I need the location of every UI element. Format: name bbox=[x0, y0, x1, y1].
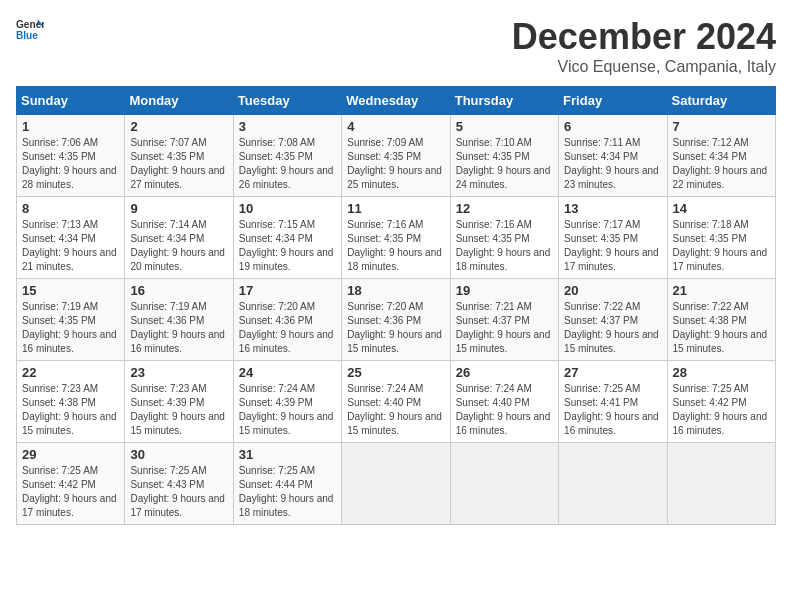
day-number: 27 bbox=[564, 365, 661, 380]
title-area: December 2024 Vico Equense, Campania, It… bbox=[512, 16, 776, 76]
cell-info: Sunrise: 7:12 AMSunset: 4:34 PMDaylight:… bbox=[673, 136, 770, 192]
week-row-5: 29Sunrise: 7:25 AMSunset: 4:42 PMDayligh… bbox=[17, 443, 776, 525]
cell-info: Sunrise: 7:11 AMSunset: 4:34 PMDaylight:… bbox=[564, 136, 661, 192]
cell-info: Sunrise: 7:07 AMSunset: 4:35 PMDaylight:… bbox=[130, 136, 227, 192]
calendar-cell bbox=[667, 443, 775, 525]
day-number: 14 bbox=[673, 201, 770, 216]
day-number: 4 bbox=[347, 119, 444, 134]
weekday-wednesday: Wednesday bbox=[342, 87, 450, 115]
calendar-cell: 8Sunrise: 7:13 AMSunset: 4:34 PMDaylight… bbox=[17, 197, 125, 279]
calendar-cell: 21Sunrise: 7:22 AMSunset: 4:38 PMDayligh… bbox=[667, 279, 775, 361]
weekday-header-row: SundayMondayTuesdayWednesdayThursdayFrid… bbox=[17, 87, 776, 115]
calendar-cell: 16Sunrise: 7:19 AMSunset: 4:36 PMDayligh… bbox=[125, 279, 233, 361]
day-number: 25 bbox=[347, 365, 444, 380]
day-number: 10 bbox=[239, 201, 336, 216]
svg-text:General: General bbox=[16, 19, 44, 30]
cell-info: Sunrise: 7:25 AMSunset: 4:43 PMDaylight:… bbox=[130, 464, 227, 520]
cell-info: Sunrise: 7:16 AMSunset: 4:35 PMDaylight:… bbox=[347, 218, 444, 274]
day-number: 23 bbox=[130, 365, 227, 380]
calendar-cell: 12Sunrise: 7:16 AMSunset: 4:35 PMDayligh… bbox=[450, 197, 558, 279]
calendar-cell: 25Sunrise: 7:24 AMSunset: 4:40 PMDayligh… bbox=[342, 361, 450, 443]
calendar-cell bbox=[559, 443, 667, 525]
day-number: 16 bbox=[130, 283, 227, 298]
cell-info: Sunrise: 7:19 AMSunset: 4:36 PMDaylight:… bbox=[130, 300, 227, 356]
logo: General Blue bbox=[16, 16, 44, 44]
day-number: 18 bbox=[347, 283, 444, 298]
day-number: 2 bbox=[130, 119, 227, 134]
day-number: 31 bbox=[239, 447, 336, 462]
cell-info: Sunrise: 7:19 AMSunset: 4:35 PMDaylight:… bbox=[22, 300, 119, 356]
day-number: 9 bbox=[130, 201, 227, 216]
header: General Blue December 2024 Vico Equense,… bbox=[16, 16, 776, 76]
cell-info: Sunrise: 7:23 AMSunset: 4:38 PMDaylight:… bbox=[22, 382, 119, 438]
cell-info: Sunrise: 7:10 AMSunset: 4:35 PMDaylight:… bbox=[456, 136, 553, 192]
weekday-saturday: Saturday bbox=[667, 87, 775, 115]
weekday-tuesday: Tuesday bbox=[233, 87, 341, 115]
cell-info: Sunrise: 7:16 AMSunset: 4:35 PMDaylight:… bbox=[456, 218, 553, 274]
month-title: December 2024 bbox=[512, 16, 776, 58]
day-number: 5 bbox=[456, 119, 553, 134]
cell-info: Sunrise: 7:17 AMSunset: 4:35 PMDaylight:… bbox=[564, 218, 661, 274]
day-number: 17 bbox=[239, 283, 336, 298]
day-number: 6 bbox=[564, 119, 661, 134]
cell-info: Sunrise: 7:21 AMSunset: 4:37 PMDaylight:… bbox=[456, 300, 553, 356]
calendar-cell: 20Sunrise: 7:22 AMSunset: 4:37 PMDayligh… bbox=[559, 279, 667, 361]
day-number: 26 bbox=[456, 365, 553, 380]
cell-info: Sunrise: 7:15 AMSunset: 4:34 PMDaylight:… bbox=[239, 218, 336, 274]
logo-icon: General Blue bbox=[16, 16, 44, 44]
week-row-4: 22Sunrise: 7:23 AMSunset: 4:38 PMDayligh… bbox=[17, 361, 776, 443]
calendar-cell: 27Sunrise: 7:25 AMSunset: 4:41 PMDayligh… bbox=[559, 361, 667, 443]
cell-info: Sunrise: 7:14 AMSunset: 4:34 PMDaylight:… bbox=[130, 218, 227, 274]
cell-info: Sunrise: 7:13 AMSunset: 4:34 PMDaylight:… bbox=[22, 218, 119, 274]
calendar-cell bbox=[450, 443, 558, 525]
calendar-cell: 15Sunrise: 7:19 AMSunset: 4:35 PMDayligh… bbox=[17, 279, 125, 361]
day-number: 8 bbox=[22, 201, 119, 216]
calendar-cell: 17Sunrise: 7:20 AMSunset: 4:36 PMDayligh… bbox=[233, 279, 341, 361]
calendar-cell: 4Sunrise: 7:09 AMSunset: 4:35 PMDaylight… bbox=[342, 115, 450, 197]
calendar-cell: 26Sunrise: 7:24 AMSunset: 4:40 PMDayligh… bbox=[450, 361, 558, 443]
cell-info: Sunrise: 7:23 AMSunset: 4:39 PMDaylight:… bbox=[130, 382, 227, 438]
calendar-cell: 1Sunrise: 7:06 AMSunset: 4:35 PMDaylight… bbox=[17, 115, 125, 197]
day-number: 12 bbox=[456, 201, 553, 216]
calendar-cell: 30Sunrise: 7:25 AMSunset: 4:43 PMDayligh… bbox=[125, 443, 233, 525]
day-number: 24 bbox=[239, 365, 336, 380]
weekday-thursday: Thursday bbox=[450, 87, 558, 115]
cell-info: Sunrise: 7:20 AMSunset: 4:36 PMDaylight:… bbox=[347, 300, 444, 356]
day-number: 20 bbox=[564, 283, 661, 298]
calendar-cell: 23Sunrise: 7:23 AMSunset: 4:39 PMDayligh… bbox=[125, 361, 233, 443]
cell-info: Sunrise: 7:25 AMSunset: 4:42 PMDaylight:… bbox=[22, 464, 119, 520]
week-row-3: 15Sunrise: 7:19 AMSunset: 4:35 PMDayligh… bbox=[17, 279, 776, 361]
day-number: 1 bbox=[22, 119, 119, 134]
cell-info: Sunrise: 7:18 AMSunset: 4:35 PMDaylight:… bbox=[673, 218, 770, 274]
day-number: 15 bbox=[22, 283, 119, 298]
cell-info: Sunrise: 7:24 AMSunset: 4:40 PMDaylight:… bbox=[347, 382, 444, 438]
calendar-cell: 2Sunrise: 7:07 AMSunset: 4:35 PMDaylight… bbox=[125, 115, 233, 197]
cell-info: Sunrise: 7:22 AMSunset: 4:37 PMDaylight:… bbox=[564, 300, 661, 356]
cell-info: Sunrise: 7:09 AMSunset: 4:35 PMDaylight:… bbox=[347, 136, 444, 192]
calendar-cell: 13Sunrise: 7:17 AMSunset: 4:35 PMDayligh… bbox=[559, 197, 667, 279]
cell-info: Sunrise: 7:06 AMSunset: 4:35 PMDaylight:… bbox=[22, 136, 119, 192]
calendar-cell: 9Sunrise: 7:14 AMSunset: 4:34 PMDaylight… bbox=[125, 197, 233, 279]
day-number: 7 bbox=[673, 119, 770, 134]
cell-info: Sunrise: 7:24 AMSunset: 4:40 PMDaylight:… bbox=[456, 382, 553, 438]
day-number: 3 bbox=[239, 119, 336, 134]
calendar-cell: 19Sunrise: 7:21 AMSunset: 4:37 PMDayligh… bbox=[450, 279, 558, 361]
day-number: 30 bbox=[130, 447, 227, 462]
calendar-cell: 29Sunrise: 7:25 AMSunset: 4:42 PMDayligh… bbox=[17, 443, 125, 525]
calendar-cell: 3Sunrise: 7:08 AMSunset: 4:35 PMDaylight… bbox=[233, 115, 341, 197]
cell-info: Sunrise: 7:24 AMSunset: 4:39 PMDaylight:… bbox=[239, 382, 336, 438]
day-number: 28 bbox=[673, 365, 770, 380]
calendar-cell: 18Sunrise: 7:20 AMSunset: 4:36 PMDayligh… bbox=[342, 279, 450, 361]
calendar-cell: 31Sunrise: 7:25 AMSunset: 4:44 PMDayligh… bbox=[233, 443, 341, 525]
calendar-cell: 24Sunrise: 7:24 AMSunset: 4:39 PMDayligh… bbox=[233, 361, 341, 443]
weekday-monday: Monday bbox=[125, 87, 233, 115]
calendar-cell: 22Sunrise: 7:23 AMSunset: 4:38 PMDayligh… bbox=[17, 361, 125, 443]
cell-info: Sunrise: 7:22 AMSunset: 4:38 PMDaylight:… bbox=[673, 300, 770, 356]
calendar-body: 1Sunrise: 7:06 AMSunset: 4:35 PMDaylight… bbox=[17, 115, 776, 525]
day-number: 21 bbox=[673, 283, 770, 298]
calendar-cell: 5Sunrise: 7:10 AMSunset: 4:35 PMDaylight… bbox=[450, 115, 558, 197]
calendar-cell: 28Sunrise: 7:25 AMSunset: 4:42 PMDayligh… bbox=[667, 361, 775, 443]
calendar-table: SundayMondayTuesdayWednesdayThursdayFrid… bbox=[16, 86, 776, 525]
day-number: 22 bbox=[22, 365, 119, 380]
day-number: 29 bbox=[22, 447, 119, 462]
